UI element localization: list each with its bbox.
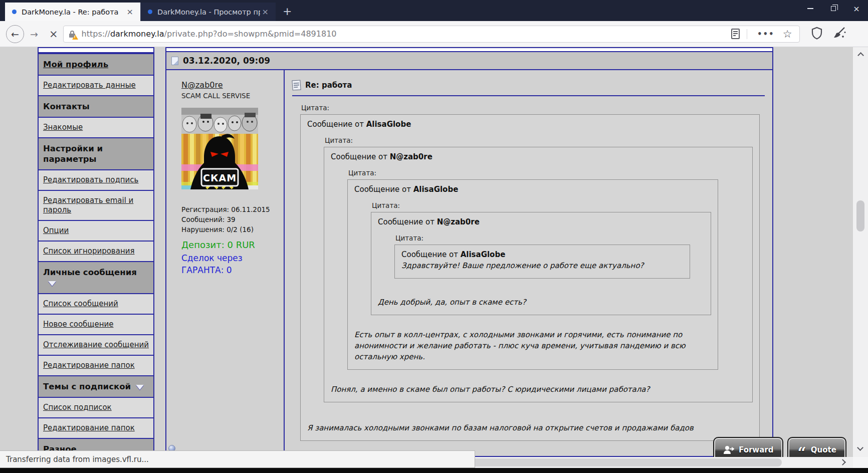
sidebar-item-label: Список сообщений (43, 299, 118, 308)
url-bar[interactable]: https://darkmoney.la/private.php?do=show… (63, 26, 800, 43)
quote-label: Цитата: (348, 169, 718, 177)
quote-author: AlisaGlobe (366, 120, 411, 129)
quote-text: Я занималась холодными звонками по базам… (307, 422, 753, 433)
stop-button[interactable]: × (44, 28, 63, 40)
user-avatar[interactable]: СКАМ (181, 108, 258, 189)
url-domain: darkmoney.la (110, 29, 164, 39)
quote-level-3: Цитата: Сообщение от AlisaGlobe Цитата: … (347, 169, 718, 370)
quote-author-line: Сообщение от AlisaGlobe (307, 120, 753, 129)
quote-text: Понял, а именно в скаме был опыт работы?… (331, 384, 746, 395)
sidebar-item-label: Список игнорирования (43, 247, 134, 256)
user-registration: Регистрация: 06.11.2015 (181, 204, 281, 214)
quote-label: Цитата: (372, 201, 711, 209)
minimize-button[interactable] (799, 0, 822, 17)
sidebar-item[interactable]: Знакомые (38, 117, 154, 138)
sidebar-item[interactable]: Редактирование папок (38, 355, 154, 376)
sidebar-item-label: Знакомые (43, 123, 83, 132)
quote-level-1: Цитата: Сообщение от AlisaGlobe Цитата: … (300, 104, 760, 441)
sidebar-item[interactable]: Опции (38, 220, 154, 242)
user-violations: Нарушения: 0/2 (16) (181, 224, 281, 234)
scrollbar-corner (853, 457, 868, 468)
status-bar: Transferring data from images.vfl.ru... (0, 450, 475, 468)
broom-icon[interactable] (832, 27, 847, 42)
sidebar-section-header[interactable]: Темы с подпиской (38, 375, 154, 398)
minimize-icon (807, 8, 813, 9)
warning-icon (72, 35, 78, 40)
user-guarantor-link[interactable]: Сделок через ГАРАНТА: 0 (181, 252, 257, 276)
username-link[interactable]: N@zab0re (181, 80, 223, 90)
vertical-scrollbar-thumb[interactable] (856, 200, 864, 231)
forward-person-icon (723, 445, 734, 454)
sidebar-item-label: Темы с подпиской (43, 382, 131, 391)
user-message-count: Сообщений: 39 (181, 214, 281, 224)
back-button[interactable]: ← (6, 25, 24, 43)
vertical-scrollbar[interactable] (853, 47, 868, 457)
sidebar-item-label: Редактирование папок (43, 361, 135, 370)
scroll-down-icon[interactable] (857, 444, 863, 451)
quote-text: Есть опыт в колл-центрах, с холодными зв… (354, 329, 711, 362)
quote-level-4: Цитата: Сообщение от N@zab0re Цитата: (371, 201, 711, 315)
bookmark-star-icon[interactable]: ☆ (780, 28, 795, 40)
tab-inactive[interactable]: DarkMoney.la - Просмотр про × (140, 3, 276, 21)
forward-button[interactable]: → (24, 29, 44, 40)
user-info-cell: N@zab0re SCAM CALL SERVISE (166, 70, 285, 454)
page-actions-icon[interactable]: ••• (752, 30, 780, 39)
user-deposit: Депозит: 0 RUR (181, 240, 281, 250)
sidebar-item[interactable]: Список подписок (38, 397, 154, 418)
close-window-button[interactable]: × (845, 0, 868, 17)
quote-author: AlisaGlobe (461, 250, 506, 259)
window-controls: × (799, 0, 868, 17)
post-date: 03.12.2020, 09:09 (183, 56, 270, 66)
status-text: Transferring data from images.vfl.ru... (6, 455, 149, 464)
sidebar-item[interactable]: Новое сообщение (38, 314, 154, 335)
quote-label: Цитата: (325, 136, 753, 144)
tab-title: DarkMoney.la - Просмотр про (157, 8, 260, 16)
quote-author: N@zab0re (437, 217, 480, 226)
tab-bar: DarkMoney.la - Re: работа × DarkMoney.la… (0, 0, 868, 21)
quote-label: Цитата: (301, 104, 760, 112)
avatar-sign-text: СКАМ (203, 172, 237, 183)
quote-level-2: Цитата: Сообщение от N@zab0re Цитата: Со… (324, 136, 753, 402)
message-title: Re: работа (305, 81, 352, 90)
insecure-lock-icon[interactable] (69, 30, 77, 39)
sidebar-item[interactable]: Редактировать данные (38, 75, 154, 96)
post-table: 03.12.2020, 09:09 N@zab0re SCAM CALL SER… (165, 47, 773, 457)
quote-author-line: Сообщение от AlisaGlobe (354, 185, 711, 194)
chevron-down-icon (48, 281, 56, 286)
browser-toolbar: ← → × https://darkmoney.la/private.php?d… (0, 21, 868, 47)
scroll-up-icon[interactable] (857, 52, 864, 59)
user-stats: Регистрация: 06.11.2015 Сообщений: 39 На… (181, 204, 281, 234)
sidebar-item[interactable]: Список игнорирования (38, 241, 154, 262)
sidebar-item[interactable]: Редактировать email и пароль (38, 190, 154, 221)
sidebar-section-header[interactable]: Контакты (38, 95, 154, 118)
sidebar-section-header[interactable]: Мой профиль (38, 53, 154, 76)
sidebar-partial-row-top (38, 47, 154, 53)
sidebar-section-header[interactable]: Личные сообщения (38, 261, 154, 294)
quote-author-line: Сообщение от N@zab0re (378, 217, 704, 226)
quote-author: N@zab0re (390, 152, 432, 161)
tab-active[interactable]: DarkMoney.la - Re: работа × (5, 3, 140, 21)
shield-icon[interactable] (811, 27, 823, 42)
browser-window: DarkMoney.la - Re: работа × DarkMoney.la… (0, 0, 868, 473)
sidebar-item[interactable]: Отслеживание сообщений (38, 334, 154, 356)
restore-button[interactable] (822, 0, 845, 17)
sidebar-item[interactable]: Список сообщений (38, 293, 154, 315)
tab-close-icon[interactable]: × (260, 7, 271, 17)
url-text[interactable]: https://darkmoney.la/private.php?do=show… (82, 29, 731, 39)
quote-text: День добрый, да, опыт в скаме есть? (378, 297, 704, 308)
new-tab-button[interactable]: + (276, 6, 299, 21)
sidebar-section-header[interactable]: Настройки и параметры (38, 137, 154, 170)
sidebar-item-label: Настройки и параметры (43, 144, 103, 164)
sidebar-item-label: Редактировать email и пароль (43, 196, 133, 214)
scroll-right-icon[interactable] (839, 459, 846, 465)
reader-view-icon[interactable] (731, 29, 740, 39)
tab-favicon (12, 10, 17, 14)
sidebar-item[interactable]: Редактирование папок (38, 417, 154, 439)
tab-favicon (148, 10, 152, 14)
tab-close-icon[interactable]: × (125, 7, 135, 17)
quote-author-line: Сообщение от N@zab0re (331, 152, 746, 161)
sidebar: Мой профильРедактировать данныеКонтактыЗ… (38, 47, 154, 473)
page-content: Мой профильРедактировать данныеКонтактыЗ… (0, 47, 868, 473)
sidebar-item[interactable]: Редактировать подпись (38, 169, 154, 191)
sidebar-item-label: Редактирование папок (43, 423, 135, 432)
